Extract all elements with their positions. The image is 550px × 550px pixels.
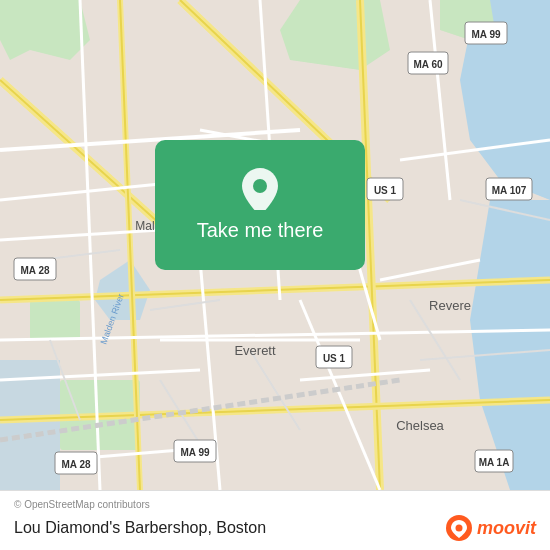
svg-marker-7	[280, 0, 390, 70]
svg-text:MA 28: MA 28	[61, 459, 91, 470]
take-me-there-card[interactable]: Take me there	[155, 140, 365, 270]
svg-text:US 1: US 1	[323, 353, 346, 364]
svg-text:MA 60: MA 60	[413, 59, 443, 70]
moovit-logo: moovit	[445, 514, 536, 542]
svg-point-77	[455, 525, 462, 532]
svg-text:Revere: Revere	[429, 298, 471, 313]
map-container: MA 28 MA 28 MA 99 MA 60 US 1 US 1 MA 107…	[0, 0, 550, 490]
place-info: Lou Diamond's Barbershop, Boston moovit	[14, 514, 536, 542]
svg-text:Chelsea: Chelsea	[396, 418, 444, 433]
svg-text:MA 1A: MA 1A	[479, 457, 510, 468]
svg-text:MA 107: MA 107	[492, 185, 527, 196]
svg-text:US 1: US 1	[374, 185, 397, 196]
bottom-bar: © OpenStreetMap contributors Lou Diamond…	[0, 490, 550, 550]
place-name: Lou Diamond's Barbershop, Boston	[14, 519, 266, 537]
moovit-brand-label: moovit	[477, 518, 536, 539]
moovit-icon	[445, 514, 473, 542]
svg-text:MA 28: MA 28	[20, 265, 50, 276]
svg-rect-10	[30, 300, 80, 340]
map-attribution: © OpenStreetMap contributors	[14, 499, 536, 510]
svg-text:MA 99: MA 99	[471, 29, 501, 40]
svg-text:MA 99: MA 99	[180, 447, 210, 458]
svg-point-75	[253, 179, 267, 193]
take-me-there-button-label: Take me there	[197, 219, 324, 242]
svg-text:Everett: Everett	[234, 343, 276, 358]
location-pin-icon	[240, 169, 280, 209]
